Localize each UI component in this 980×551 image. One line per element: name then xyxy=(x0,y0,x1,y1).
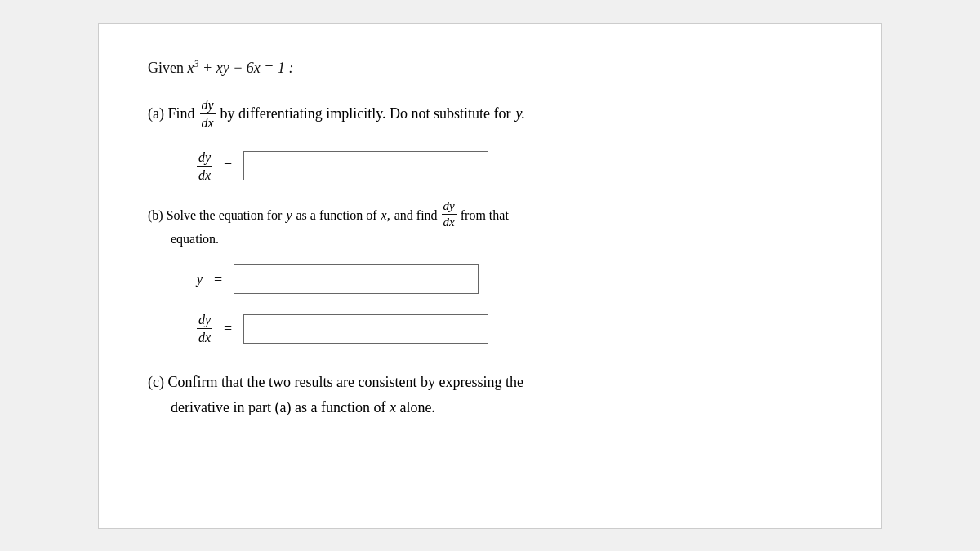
equation-display: x3 + xy − 6x = 1 : xyxy=(188,60,294,76)
part-b-y-equals: = xyxy=(214,271,222,288)
part-b-text3: from that xyxy=(461,208,509,223)
part-a-fraction: dy dx xyxy=(200,97,216,131)
part-a-prefix: (a) Find xyxy=(148,105,195,122)
given-label: Given xyxy=(148,60,184,76)
given-line: Given x3 + xy − 6x = 1 : xyxy=(148,56,832,80)
part-b-text2: and find xyxy=(394,208,438,223)
part-a-instruction: by differentiating implicitly. Do not su… xyxy=(220,105,511,122)
part-c-text1: (c) Confirm that the two results are con… xyxy=(148,374,523,390)
part-c-text2: derivative in part (a) as a function of xyxy=(171,399,385,415)
part-a-frac-den: dx xyxy=(200,114,216,131)
part-a-answer-frac-num: dy xyxy=(197,149,212,167)
part-a-equals: = xyxy=(224,158,232,175)
part-b-var-x: x, xyxy=(381,208,390,223)
part-b-frac-den: dx xyxy=(442,215,457,229)
part-b-dy-frac-den: dx xyxy=(197,329,212,345)
part-a-var-y: y. xyxy=(516,105,526,122)
part-c-text-end: alone. xyxy=(399,399,434,415)
part-b-text-block: (b) Solve the equation for y as a functi… xyxy=(148,201,832,230)
part-b-text4: equation. xyxy=(171,232,219,246)
part-b-prefix: (b) Solve the equation for xyxy=(148,208,282,223)
part-b-dydx-answer-input[interactable] xyxy=(243,314,488,344)
part-b-equation-continuation: equation. xyxy=(171,232,832,247)
part-b-fraction: dy dx xyxy=(442,199,457,229)
part-a-answer-row: dy dx = xyxy=(197,149,832,183)
part-a-label: (a) Find dy dx by differentiating implic… xyxy=(148,97,832,131)
part-b-dydx-equals: = xyxy=(224,320,232,337)
part-b-frac-num: dy xyxy=(442,199,457,215)
part-c-var-x: x xyxy=(390,399,396,415)
part-c-section: (c) Confirm that the two results are con… xyxy=(148,370,832,420)
part-b-dydx-answer-row: dy dx = xyxy=(197,312,832,345)
part-b-y-answer-input[interactable] xyxy=(234,264,479,294)
part-b-y-answer-row: y = xyxy=(197,264,832,294)
part-c-label-line2: derivative in part (a) as a function of … xyxy=(171,395,832,420)
part-a-answer-frac-den: dx xyxy=(197,167,212,183)
part-a-section: (a) Find dy dx by differentiating implic… xyxy=(148,97,832,183)
part-b-dy-frac: dy dx xyxy=(197,312,212,345)
part-b-section: (b) Solve the equation for y as a functi… xyxy=(148,201,832,345)
part-c-label: (c) Confirm that the two results are con… xyxy=(148,370,832,395)
page-container: Given x3 + xy − 6x = 1 : (a) Find dy dx … xyxy=(98,23,882,529)
part-b-y-label: y xyxy=(197,272,203,287)
part-b-text1: as a function of xyxy=(296,208,377,223)
part-a-frac-num: dy xyxy=(200,97,216,114)
part-a-answer-input[interactable] xyxy=(243,151,488,180)
part-a-answer-frac: dy dx xyxy=(197,149,212,183)
part-b-dy-frac-num: dy xyxy=(197,312,212,329)
part-b-var-y: y xyxy=(286,208,292,223)
